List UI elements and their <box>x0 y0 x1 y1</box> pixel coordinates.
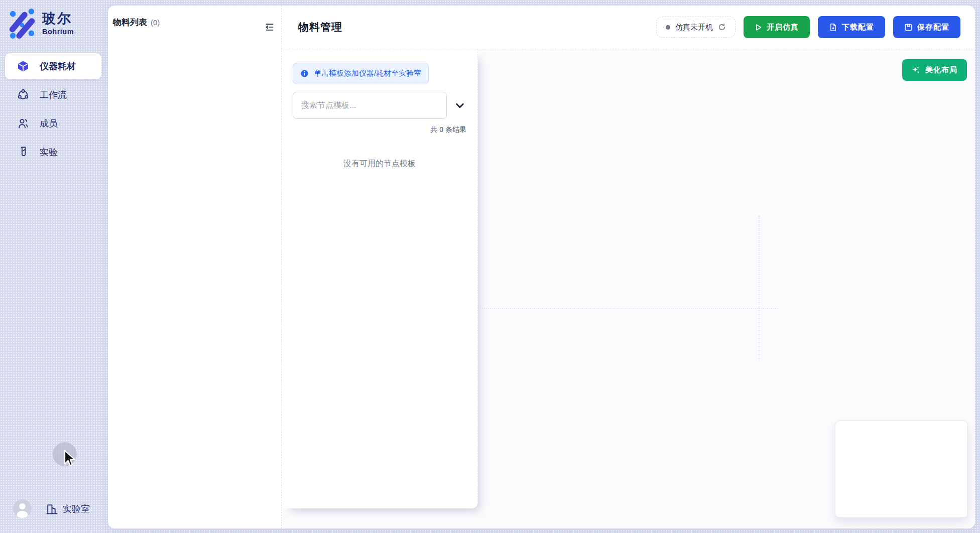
info-icon <box>300 69 309 78</box>
sidebar-item-label: 工作流 <box>40 89 67 101</box>
material-list-count: (0) <box>151 18 160 27</box>
simulation-status-pill[interactable]: 仿真未开机 <box>656 17 736 38</box>
brand-name-zh: 玻尔 <box>42 12 74 27</box>
bohrium-logo-icon <box>9 9 36 39</box>
workflow-icon <box>17 89 29 101</box>
canvas-minimap[interactable] <box>835 421 968 518</box>
sidebar-nav: 仪器耗材 工作流 成员 <box>5 53 101 165</box>
lab-building-icon <box>46 502 58 515</box>
avatar[interactable] <box>13 499 32 518</box>
experiment-icon <box>17 146 29 158</box>
node-template-panel: 单击模板添加仪器/耗材至实验室 共 0 条结果 没有可用的节点模板 <box>282 49 478 508</box>
brand-logo[interactable]: 玻尔 Bohrium <box>9 9 74 39</box>
main-panel: 物料管理 仿真未开机 开启仿真 <box>282 6 975 528</box>
beautify-layout-button[interactable]: 美化布局 <box>902 59 967 81</box>
status-dot <box>666 25 670 30</box>
sparkles-icon <box>912 66 921 75</box>
template-hint-text: 单击模板添加仪器/耗材至实验室 <box>314 69 421 78</box>
start-simulation-button[interactable]: 开启仿真 <box>744 16 810 38</box>
sidebar-item-experiments[interactable]: 实验 <box>5 139 101 165</box>
sidebar-item-workflow[interactable]: 工作流 <box>5 82 101 108</box>
chevron-down-icon[interactable] <box>454 100 465 111</box>
save-icon <box>904 23 913 32</box>
sidebar: 玻尔 Bohrium 仪器耗材 工作流 <box>0 0 108 533</box>
save-config-button[interactable]: 保存配置 <box>893 16 960 38</box>
avatar-person-icon <box>13 499 32 518</box>
menu-fold-icon[interactable] <box>265 22 275 32</box>
canvas-guide-line-horizontal <box>478 308 778 309</box>
lab-entry[interactable]: 实验室 <box>46 502 90 515</box>
sidebar-item-label: 成员 <box>40 117 58 129</box>
content-card: 物料列表(0) 物料管理 仿真未开机 <box>108 6 975 528</box>
topbar-actions: 仿真未开机 开启仿真 <box>656 16 960 38</box>
brand-name-en: Bohrium <box>42 28 74 36</box>
sidebar-item-members[interactable]: 成员 <box>5 110 101 137</box>
members-icon <box>17 117 29 129</box>
template-search-input[interactable] <box>293 92 447 119</box>
page-title: 物料管理 <box>298 20 342 34</box>
topbar: 物料管理 仿真未开机 开启仿真 <box>282 6 975 49</box>
material-list-title: 物料列表(0) <box>113 17 160 28</box>
simulation-status-label: 仿真未开机 <box>675 23 713 32</box>
sidebar-item-label: 仪器耗材 <box>40 60 76 72</box>
mouse-cursor-icon <box>63 450 75 468</box>
template-empty-text: 没有可用的节点模板 <box>293 159 466 169</box>
lab-entry-label: 实验室 <box>63 503 90 515</box>
template-hint-banner[interactable]: 单击模板添加仪器/耗材至实验室 <box>293 63 429 84</box>
refresh-icon[interactable] <box>718 23 726 31</box>
download-file-icon <box>829 23 837 32</box>
canvas-guide-line-vertical <box>759 216 760 361</box>
template-result-count: 共 0 条结果 <box>293 125 466 135</box>
template-search-row <box>293 92 466 119</box>
cube-icon <box>17 60 29 72</box>
flow-canvas[interactable]: 单击模板添加仪器/耗材至实验室 共 0 条结果 没有可用的节点模板 <box>282 49 975 528</box>
play-icon <box>755 24 762 31</box>
sidebar-item-instruments[interactable]: 仪器耗材 <box>5 53 101 79</box>
material-list-panel: 物料列表(0) <box>108 6 282 528</box>
download-config-button[interactable]: 下载配置 <box>818 16 885 38</box>
sidebar-footer: 实验室 <box>13 499 90 518</box>
sidebar-item-label: 实验 <box>40 146 58 158</box>
